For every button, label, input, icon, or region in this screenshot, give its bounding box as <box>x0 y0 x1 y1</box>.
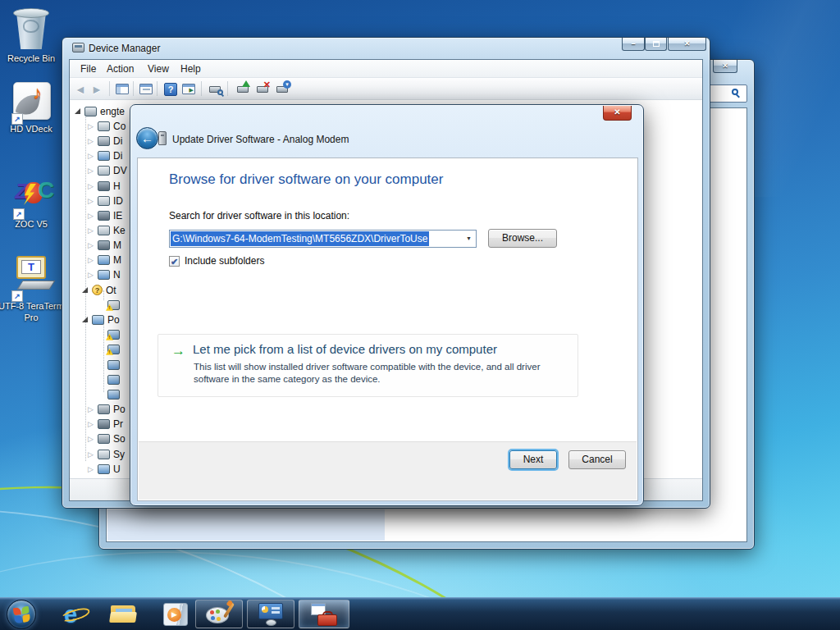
content-panel <box>107 509 385 541</box>
collapsed-arrow-icon[interactable]: ▷ <box>88 253 98 267</box>
dialog-close-button[interactable]: ✕ <box>603 106 632 121</box>
collapsed-arrow-icon[interactable]: ▷ <box>88 148 98 163</box>
close-icon: ✕ <box>684 39 691 48</box>
maximize-button[interactable] <box>645 38 667 51</box>
expanded-arrow-icon[interactable] <box>75 108 80 114</box>
scan-hardware-button[interactable] <box>206 80 224 98</box>
tree-item[interactable]: ▷Po <box>88 401 126 416</box>
tree-item-child[interactable]: ! <box>107 341 120 356</box>
taskbar-windows-explorer[interactable] <box>108 600 138 629</box>
expanded-arrow-icon[interactable] <box>82 317 88 322</box>
collapsed-arrow-icon[interactable]: ▷ <box>88 447 98 462</box>
tree-item[interactable]: ▷IE <box>88 208 122 222</box>
device-icon <box>107 390 120 399</box>
menu-help[interactable]: Help <box>175 60 207 78</box>
dialog-footer: Next Cancel <box>139 441 637 500</box>
browse-button[interactable]: Browse... <box>488 229 557 248</box>
collapsed-arrow-icon[interactable]: ▷ <box>88 431 98 446</box>
tree-item-other-devices[interactable]: ?Ot <box>82 282 116 297</box>
taskbar-paint-window[interactable] <box>195 600 243 628</box>
collapsed-arrow-icon[interactable]: ▷ <box>88 208 98 223</box>
menu-file[interactable]: File <box>75 60 102 78</box>
desktop-icon-hd-vdeck[interactable]: ♪ ↗ HD VDeck <box>2 80 61 135</box>
combobox-dropdown-button[interactable]: ▼ <box>462 231 476 247</box>
tree-item-child[interactable] <box>107 372 120 386</box>
pick-driver-command-link[interactable]: → Let me pick from a list of device driv… <box>158 334 578 397</box>
tree-item-child[interactable] <box>107 357 120 372</box>
device-category-icon <box>98 226 110 235</box>
tree-item[interactable]: ▷Co <box>88 118 126 133</box>
tree-item[interactable]: ▷H <box>88 178 121 193</box>
update-driver-dialog[interactable]: ✕ ← Update Driver Software - Analog Mode… <box>130 104 644 506</box>
warning-icon: ! <box>106 334 113 340</box>
tree-item[interactable]: ▷DV <box>88 162 127 177</box>
collapsed-arrow-icon[interactable]: ▷ <box>88 238 98 253</box>
tree-item-child[interactable] <box>107 386 120 401</box>
collapsed-arrow-icon[interactable]: ▷ <box>88 163 98 178</box>
close-button[interactable]: ✕ <box>713 60 737 73</box>
cancel-button[interactable]: Cancel <box>568 450 626 469</box>
expanded-arrow-icon[interactable] <box>82 287 88 293</box>
device-category-icon <box>98 196 110 206</box>
taskbar-internet-explorer[interactable]: e <box>56 600 85 629</box>
collapsed-arrow-icon[interactable]: ▷ <box>88 267 98 282</box>
properties-button[interactable] <box>137 80 155 98</box>
tree-item[interactable]: ▷ID <box>88 193 123 208</box>
close-button[interactable]: ✕ <box>668 38 706 51</box>
internet-explorer-icon: e <box>64 601 77 628</box>
device-category-icon <box>98 181 110 191</box>
taskbar-device-manager-window[interactable] <box>299 600 349 628</box>
tree-item[interactable]: ▷N <box>88 267 121 281</box>
tree-item[interactable]: ▷U <box>88 461 121 476</box>
forward-button[interactable]: ► <box>88 80 106 98</box>
update-driver-button[interactable] <box>234 80 252 98</box>
start-button[interactable] <box>7 600 36 629</box>
collapsed-arrow-icon[interactable]: ▷ <box>88 134 98 148</box>
help-button[interactable]: ? <box>162 80 180 98</box>
collapsed-arrow-icon[interactable]: ▷ <box>88 179 98 194</box>
bin-swirl <box>23 20 39 33</box>
help-icon: ? <box>164 83 177 96</box>
desktop-icon-zoc-v5[interactable]: Z C ↗ ZOC V5 <box>2 172 61 230</box>
tree-item-child[interactable]: ! <box>107 326 120 341</box>
tree-item[interactable]: ▷So <box>88 431 126 445</box>
tree-item[interactable]: ▷Di <box>88 148 122 162</box>
pick-driver-title: Let me pick from a list of device driver… <box>193 342 497 356</box>
device-category-icon <box>98 270 110 280</box>
music-note: ♪ <box>33 82 42 103</box>
dialog-title: Update Driver Software - Analog Modem <box>172 134 349 145</box>
collapsed-arrow-icon[interactable]: ▷ <box>88 417 98 431</box>
collapsed-arrow-icon[interactable]: ▷ <box>88 119 98 134</box>
taskbar-media-player[interactable]: ▶ <box>161 600 190 629</box>
disable-device-button[interactable]: ▼ <box>273 80 291 98</box>
location-combobox[interactable]: G:\Windows7-64-ModemTesting\MT5656ZDX\Dr… <box>169 230 477 248</box>
tree-item[interactable]: ▷M <box>88 252 121 267</box>
desktop-icon-teraterm[interactable]: T ↗ UTF-8 TeraTerm Pro <box>2 256 61 323</box>
console-tree-button[interactable] <box>113 80 131 98</box>
tree-item[interactable]: ▷Ke <box>88 222 126 237</box>
collapsed-arrow-icon[interactable]: ▷ <box>88 194 98 208</box>
menu-view[interactable]: View <box>142 60 175 78</box>
menu-action[interactable]: Action <box>101 60 139 78</box>
tree-item[interactable]: ▷Pr <box>88 416 123 431</box>
tree-item[interactable]: ▷Sy <box>88 446 125 461</box>
tree-item-root[interactable]: engte <box>75 103 125 118</box>
device-category-icon <box>98 419 110 429</box>
next-button[interactable]: Next <box>509 450 557 469</box>
collapsed-arrow-icon[interactable]: ▷ <box>88 402 98 417</box>
tree-item[interactable]: ▷M <box>88 237 121 252</box>
desktop-icon-recycle-bin[interactable]: Recycle Bin <box>2 5 61 64</box>
chevron-down-icon: ▼ <box>466 235 472 241</box>
include-subfolders-checkbox[interactable]: ✔ <box>169 256 180 267</box>
tree-item-ports[interactable]: Po <box>82 312 120 326</box>
minimize-button[interactable]: – <box>622 38 645 51</box>
collapsed-arrow-icon[interactable]: ▷ <box>88 223 98 238</box>
collapsed-arrow-icon[interactable]: ▷ <box>88 462 98 477</box>
tree-item-child[interactable]: ! <box>107 297 120 312</box>
dialog-back-button[interactable]: ← <box>136 127 158 149</box>
uninstall-device-button[interactable]: ✕ <box>253 80 272 98</box>
taskbar-display-settings-window[interactable] <box>247 600 294 628</box>
tree-item[interactable]: ▷Di <box>88 133 122 148</box>
action-pane-button[interactable]: ▶ <box>180 80 198 98</box>
back-button[interactable]: ◄ <box>71 80 89 98</box>
